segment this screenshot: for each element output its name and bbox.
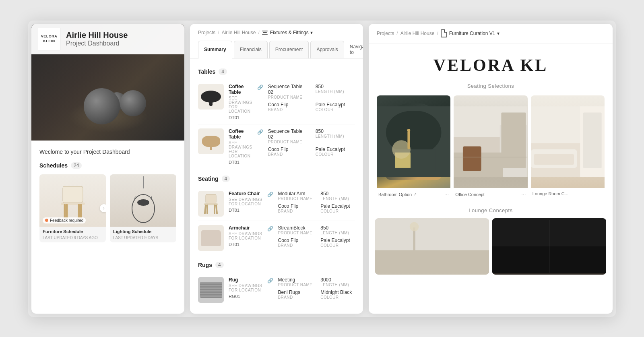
length-key: LENGTH (MM) bbox=[316, 134, 355, 139]
pendant-illustration bbox=[131, 176, 155, 225]
document-icon bbox=[441, 29, 447, 37]
breadcrumb-project[interactable]: Airlie Hill House bbox=[222, 30, 256, 35]
lounge-card[interactable]: Lounge Room C... bbox=[531, 95, 605, 199]
item-sublabel: SEE DRAWINGS FOR LOCATION bbox=[229, 283, 262, 292]
brand-key: BRAND bbox=[268, 108, 308, 112]
item-code: DT01 bbox=[229, 115, 252, 120]
seating-count: 4 bbox=[222, 176, 230, 182]
coffee-table-info-1: Coffee Table SEE DRAWINGS FOR LOCATION D… bbox=[229, 84, 252, 120]
svg-rect-29 bbox=[463, 146, 481, 171]
lounge-image bbox=[531, 95, 605, 188]
colour-val: Midnight Black bbox=[320, 289, 355, 295]
svg-point-8 bbox=[137, 199, 149, 206]
product-name-key: PRODUCT NAME bbox=[268, 140, 308, 144]
seating-section-header: Seating 4 bbox=[198, 176, 355, 182]
external-link-icon: ↗ bbox=[413, 192, 417, 196]
dashboard-body: Weclome to your Project Dashboard Schedu… bbox=[31, 141, 184, 250]
item-sublabel: SEE DRAWINGS FOR LOCATION bbox=[229, 197, 262, 206]
product-name-key: PRODUCT NAME bbox=[278, 196, 313, 201]
schedules-label: Schedules bbox=[39, 162, 68, 169]
product-name-val: Sequence Table 02 bbox=[268, 128, 308, 140]
rug-shape bbox=[200, 282, 222, 298]
feature-chair-info: Feature Chair SEE DRAWINGS FOR LOCATION … bbox=[229, 191, 262, 213]
svg-point-23 bbox=[407, 128, 411, 132]
office-more-button[interactable]: ··· bbox=[521, 191, 526, 198]
link-icon: 🔗 bbox=[257, 85, 263, 90]
office-card[interactable]: Office Concept ··· bbox=[454, 95, 527, 199]
bathroom-more-button[interactable]: ··· bbox=[444, 191, 449, 198]
navigate-to-button[interactable]: Navigate to ▾ bbox=[346, 41, 363, 58]
curation-body: VELORA KL Seating Selections bbox=[369, 43, 613, 314]
office-label-text: Office Concept bbox=[455, 192, 485, 197]
breadcrumb-projects[interactable]: Projects bbox=[198, 30, 215, 35]
lounge-card-2[interactable] bbox=[492, 218, 606, 275]
welcome-text: Weclome to your Project Dashboard bbox=[39, 149, 176, 155]
product-name-val: StreamBlock bbox=[278, 225, 313, 231]
breadcrumb-sep1: / bbox=[218, 30, 219, 35]
table-row: Coffee Table SEE DRAWINGS FOR LOCATION D… bbox=[198, 80, 355, 124]
furniture-card-image: Feedback required bbox=[39, 174, 106, 227]
brand-logo: VELORA KLEIN bbox=[38, 28, 60, 50]
link-icon: 🔗 bbox=[267, 226, 273, 232]
lounge-label: Lounge Room C... bbox=[533, 191, 568, 196]
brand-name: VELORA KL bbox=[377, 56, 605, 75]
rugs-count: 4 bbox=[215, 262, 224, 268]
feedback-badge: Feedback required bbox=[43, 217, 86, 223]
brand-val: Coco Flip bbox=[278, 203, 313, 209]
screen-wrapper: VELORA KLEIN Airlie Hill House Project D… bbox=[28, 21, 616, 317]
lighting-schedule-card[interactable]: Lighting Schedule LAST UPDATED 9 DAYS bbox=[110, 174, 176, 242]
furniture-arrow-button[interactable]: › bbox=[100, 204, 106, 212]
link-icon: 🔗 bbox=[257, 129, 263, 135]
brand-key: BRAND bbox=[268, 152, 308, 157]
feedback-text: Feedback required bbox=[50, 218, 83, 223]
schedules-count: 24 bbox=[71, 162, 82, 169]
logo-bar: VELORA KLEIN Airlie Hill House Project D… bbox=[31, 24, 184, 54]
colour-key: COLOUR bbox=[316, 152, 355, 157]
table-row: Armchair SEE DRAWINGS FOR LOCATION DT01 … bbox=[198, 221, 355, 255]
rug-thumb bbox=[198, 277, 224, 303]
length-val: 850 bbox=[320, 225, 355, 231]
length-val: 850 bbox=[316, 128, 355, 134]
lounge-grid bbox=[369, 218, 613, 283]
lounge-svg bbox=[531, 95, 605, 188]
svg-line-14 bbox=[216, 205, 217, 213]
product-name-key: PRODUCT NAME bbox=[278, 283, 313, 287]
colour-val: Pale Eucalypt bbox=[316, 102, 355, 108]
curation-header: Projects / Airlie Hill House / Furniture… bbox=[369, 24, 613, 43]
panel-dashboard: VELORA KLEIN Airlie Hill House Project D… bbox=[31, 24, 184, 314]
tab-approvals[interactable]: Approvals bbox=[310, 41, 344, 58]
sphere-large bbox=[84, 88, 120, 124]
item-meta: Sequence Table 02 PRODUCT NAME 850 LENGT… bbox=[268, 128, 355, 157]
schedules-header: Schedules 24 bbox=[39, 162, 176, 169]
furniture-schedule-card[interactable]: Feedback required Furniture Schedule LAS… bbox=[39, 174, 106, 242]
table-light-shape bbox=[202, 136, 220, 147]
armchair-thumb bbox=[198, 225, 224, 251]
lighting-schedule-label: Lighting Schedule bbox=[110, 227, 176, 236]
lounge-card-1[interactable] bbox=[375, 218, 489, 275]
table-row: Rug SEE DRAWINGS FOR LOCATION RG01 🔗 Mee… bbox=[198, 273, 355, 307]
tab-summary[interactable]: Summary bbox=[198, 41, 232, 59]
length-key: LENGTH (MM) bbox=[320, 196, 355, 201]
fixtures-tabs: Summary Financials Procurement Approvals… bbox=[198, 41, 355, 58]
table-row: Coffee Table SEE DRAWINGS FOR LOCATION D… bbox=[198, 124, 355, 169]
tables-count: 4 bbox=[219, 68, 227, 75]
item-code: DT01 bbox=[229, 208, 262, 213]
bathroom-card[interactable]: Bathroom Option ↗ ··· bbox=[377, 95, 450, 199]
curation-sep1: / bbox=[396, 31, 398, 36]
seating-title: Seating bbox=[198, 176, 219, 182]
tab-financials[interactable]: Financials bbox=[234, 41, 268, 58]
colour-val: Pale Eucalypt bbox=[320, 203, 355, 209]
item-code: RG01 bbox=[229, 294, 262, 299]
lounge-label-bar: Lounge Room C... bbox=[531, 188, 605, 198]
svg-point-40 bbox=[410, 222, 419, 231]
tab-procurement[interactable]: Procurement bbox=[269, 41, 309, 58]
bathroom-label-bar: Bathroom Option ↗ ··· bbox=[377, 188, 450, 199]
item-code: DT01 bbox=[229, 160, 252, 165]
lounge-svg-1 bbox=[375, 218, 489, 275]
brand-val: Beni Rugs bbox=[278, 289, 313, 295]
office-image bbox=[454, 95, 527, 188]
curation-breadcrumb-project[interactable]: Airlie Hill House bbox=[400, 31, 435, 36]
rugs-title: Rugs bbox=[198, 262, 212, 268]
svg-line-9 bbox=[134, 196, 135, 201]
curation-breadcrumb-projects[interactable]: Projects bbox=[377, 31, 394, 36]
